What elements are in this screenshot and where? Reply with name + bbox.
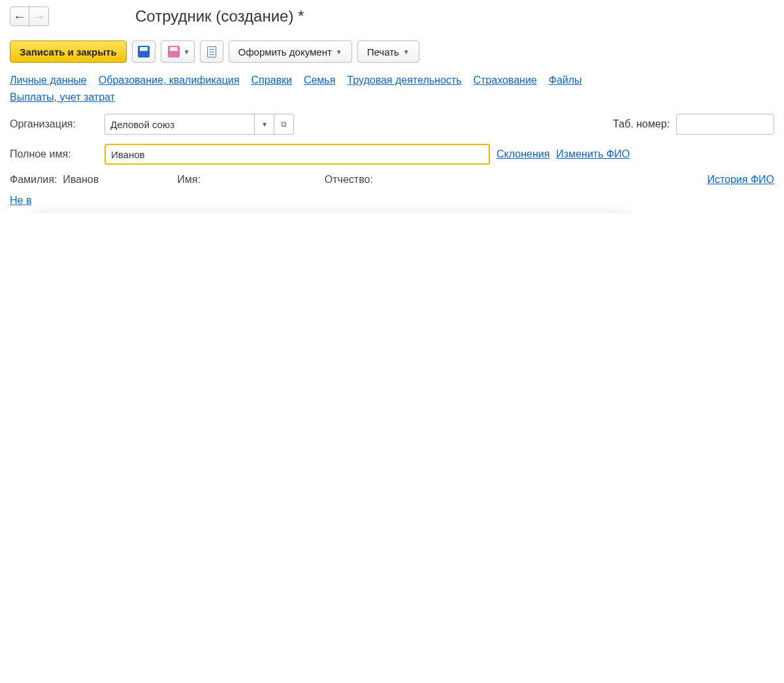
link-files[interactable]: Файлы bbox=[549, 75, 582, 86]
link-education[interactable]: Образование, квалификация bbox=[99, 75, 240, 86]
label-tab-number: Таб. номер: bbox=[613, 118, 670, 130]
dropdown-icon: ▼ bbox=[403, 48, 410, 56]
format-document-label: Оформить документ bbox=[238, 46, 332, 58]
page-icon bbox=[207, 46, 216, 58]
surname-value: Иванов bbox=[63, 174, 99, 185]
link-personal-data[interactable]: Личные данные bbox=[10, 75, 87, 86]
organization-dropdown-button[interactable]: ▾ bbox=[255, 114, 274, 135]
link-work-activity[interactable]: Трудовая деятельность bbox=[347, 75, 461, 86]
nav-back-button[interactable]: ← bbox=[10, 7, 29, 26]
open-icon: ⧉ bbox=[281, 120, 287, 129]
link-declensions[interactable]: Склонения bbox=[497, 148, 549, 160]
print-button[interactable]: Печать ▼ bbox=[357, 41, 419, 63]
link-fio-history[interactable]: История ФИО bbox=[707, 174, 774, 186]
dropdown-icon: ▼ bbox=[336, 48, 342, 56]
organization-input[interactable]: Деловой союз bbox=[105, 114, 255, 135]
label-patronymic: Отчество: bbox=[325, 174, 373, 186]
save-icon bbox=[138, 46, 150, 58]
save-and-close-button[interactable]: Записать и закрыть bbox=[10, 41, 127, 63]
organization-open-button[interactable]: ⧉ bbox=[274, 114, 294, 135]
label-surname: Фамилия: bbox=[10, 174, 57, 185]
format-document-button[interactable]: Оформить документ ▼ bbox=[229, 41, 352, 63]
tab-number-input[interactable] bbox=[676, 114, 774, 135]
save-icon bbox=[168, 46, 180, 58]
label-name: Имя: bbox=[177, 174, 201, 186]
link-payouts[interactable]: Выплаты, учет затрат bbox=[10, 92, 115, 103]
page-title: Сотрудник (создание) * bbox=[135, 7, 304, 25]
link-not-entered[interactable]: Не в bbox=[10, 195, 31, 206]
save-button[interactable] bbox=[132, 41, 155, 63]
link-references[interactable]: Справки bbox=[251, 75, 291, 86]
nav-forward-button[interactable]: → bbox=[29, 7, 49, 26]
chevron-down-icon: ▾ bbox=[263, 120, 267, 129]
fullname-input[interactable]: Иванов bbox=[105, 144, 490, 165]
more-actions-button[interactable]: ▼ bbox=[161, 41, 195, 63]
label-organization: Организация: bbox=[10, 118, 98, 130]
link-change-fio[interactable]: Изменить ФИО bbox=[556, 148, 630, 160]
link-insurance[interactable]: Страхование bbox=[473, 75, 536, 86]
dropdown-icon: ▼ bbox=[184, 48, 190, 56]
label-fullname: Полное имя: bbox=[10, 148, 98, 160]
list-button[interactable] bbox=[200, 41, 223, 63]
link-family[interactable]: Семья bbox=[304, 75, 335, 86]
print-label: Печать bbox=[367, 46, 399, 58]
